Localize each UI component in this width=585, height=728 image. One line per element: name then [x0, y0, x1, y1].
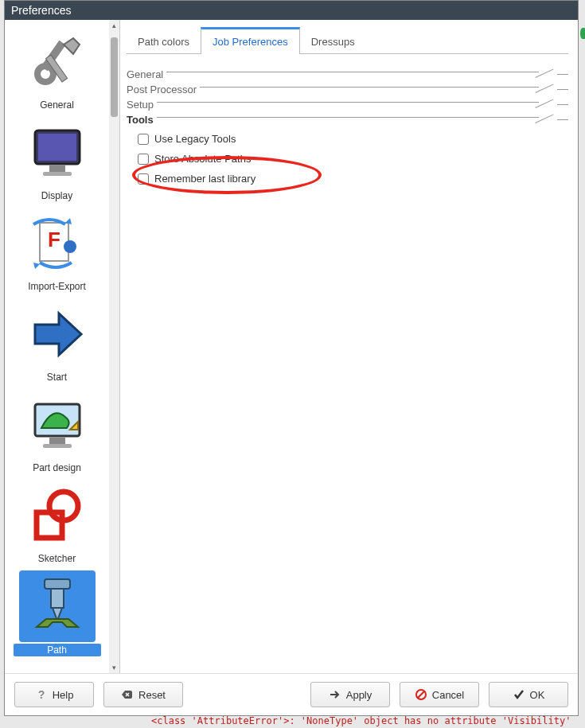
svg-rect-15	[51, 589, 64, 608]
scroll-thumb[interactable]	[111, 37, 118, 117]
sketcher-icon	[19, 480, 96, 551]
tab-path-colors[interactable]: Path colors	[127, 27, 201, 54]
sidebar-item-start[interactable]: Start	[14, 295, 101, 386]
scroll-up-icon[interactable]: ▴	[109, 21, 119, 29]
right-edge-strip	[579, 22, 585, 714]
sidebar-label-import-export: Import-Export	[14, 281, 101, 292]
svg-rect-6	[43, 172, 72, 176]
section-divider	[157, 102, 555, 108]
svg-text:?: ?	[37, 688, 45, 701]
sidebar-label-display: Display	[14, 190, 101, 201]
checkbox-row-remember-library[interactable]: Remember last library	[127, 169, 568, 189]
sidebar-item-part-design[interactable]: Part design	[14, 386, 101, 477]
sidebar-item-display[interactable]: Display	[14, 114, 101, 204]
section-label-post-processor: Post Processor	[127, 84, 200, 95]
help-button[interactable]: ? Help	[14, 682, 94, 707]
sidebar-item-path[interactable]: Path	[14, 567, 101, 660]
general-icon	[19, 26, 96, 98]
section-general[interactable]: General	[127, 68, 568, 80]
ok-button[interactable]: OK	[489, 682, 568, 707]
svg-text:F: F	[48, 228, 60, 251]
main-panel: Path colors Job Preferences Dressups Gen…	[120, 20, 578, 673]
category-sidebar[interactable]: General Display	[5, 20, 109, 673]
dialog-footer: ? Help Reset Apply Cancel OK	[5, 673, 578, 715]
tab-dressups[interactable]: Dressups	[300, 27, 366, 54]
display-icon	[19, 117, 96, 189]
window-titlebar[interactable]: Preferences	[5, 1, 578, 20]
window-title: Preferences	[11, 4, 71, 17]
apply-button[interactable]: Apply	[310, 682, 390, 707]
start-icon	[19, 298, 96, 370]
checkbox-row-store-absolute[interactable]: Store Absolute Paths	[127, 149, 568, 169]
help-icon: ?	[35, 688, 48, 701]
sidebar-container: General Display	[5, 20, 120, 673]
checkbox-label-use-legacy: Use Legacy Tools	[154, 133, 236, 145]
reset-label: Reset	[138, 689, 166, 701]
cancel-icon	[415, 688, 427, 701]
sidebar-label-path: Path	[14, 644, 101, 656]
svg-rect-11	[43, 444, 72, 448]
console-error-line: <class 'AttributeError'>: 'NoneType' obj…	[151, 714, 585, 728]
content-area: General Display	[5, 20, 578, 673]
import-export-icon: F	[19, 208, 96, 279]
svg-line-18	[418, 691, 424, 698]
svg-rect-5	[49, 165, 65, 172]
sidebar-scrollbar[interactable]: ▴ ▾	[109, 20, 119, 673]
part-design-icon	[19, 389, 96, 461]
checkbox-use-legacy[interactable]	[138, 134, 149, 145]
sidebar-item-general[interactable]: General	[14, 23, 101, 114]
checkbox-remember-library[interactable]	[138, 173, 149, 185]
tab-job-preferences[interactable]: Job Preferences	[201, 27, 300, 54]
section-setup[interactable]: Setup	[127, 99, 568, 111]
sidebar-label-part-design: Part design	[14, 462, 101, 473]
tab-bar: Path colors Job Preferences Dressups	[127, 26, 568, 54]
ok-label: OK	[530, 689, 545, 701]
section-label-general: General	[127, 68, 166, 80]
scroll-down-icon[interactable]: ▾	[109, 664, 119, 672]
sidebar-label-sketcher: Sketcher	[14, 553, 101, 564]
help-label: Help	[53, 689, 74, 701]
cancel-label: Cancel	[432, 689, 464, 701]
apply-label: Apply	[346, 689, 372, 701]
section-label-tools: Tools	[127, 114, 157, 126]
sidebar-item-import-export[interactable]: F Import-Export	[14, 204, 101, 295]
sidebar-item-sketcher[interactable]: Sketcher	[14, 477, 101, 567]
cancel-button[interactable]: Cancel	[400, 682, 479, 707]
checkbox-row-use-legacy[interactable]: Use Legacy Tools	[127, 129, 568, 149]
svg-rect-13	[37, 512, 62, 538]
sidebar-label-start: Start	[14, 372, 101, 383]
section-divider	[200, 87, 555, 93]
section-label-setup: Setup	[127, 99, 157, 111]
apply-icon	[329, 688, 341, 701]
reset-icon	[121, 688, 134, 701]
sidebar-label-general: General	[14, 99, 101, 111]
section-divider	[166, 72, 555, 78]
section-tools[interactable]: Tools	[127, 114, 568, 126]
preferences-window: Preferences General	[4, 0, 579, 716]
checkbox-label-store-absolute: Store Absolute Paths	[154, 153, 251, 165]
section-divider	[157, 117, 555, 123]
svg-rect-14	[45, 579, 70, 589]
section-post-processor[interactable]: Post Processor	[127, 84, 568, 95]
svg-rect-4	[38, 134, 76, 161]
sections-area: General Post Processor Setup Tools	[127, 65, 568, 189]
path-icon	[19, 570, 96, 642]
checkbox-store-absolute[interactable]	[138, 154, 149, 165]
checkbox-label-remember-library: Remember last library	[154, 173, 255, 185]
right-edge-green-icon	[580, 28, 585, 39]
ok-icon	[513, 688, 525, 701]
svg-rect-10	[49, 438, 65, 444]
reset-button[interactable]: Reset	[103, 682, 183, 707]
